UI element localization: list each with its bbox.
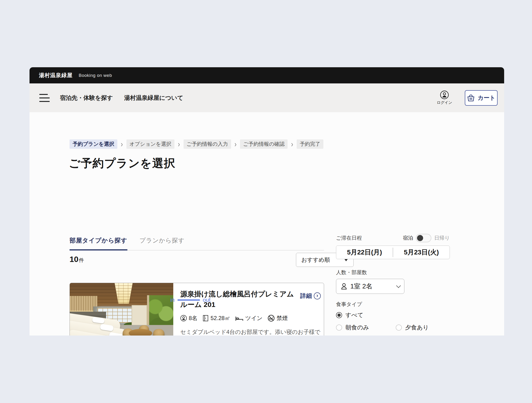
guests-rooms-value: 1室 2名 — [350, 282, 373, 291]
cart-basket-icon — [467, 94, 475, 102]
toggle-label-stay: 宿泊 — [403, 235, 413, 242]
chevron-down-icon — [396, 283, 401, 288]
search-sidebar: ご滞在日程 宿泊 日帰り 5月22日(月) 5月23日(火) 人数・部屋数 — [336, 234, 450, 336]
login-button[interactable]: ログイン — [437, 90, 452, 105]
checkin-date[interactable]: 5月22日(月) — [336, 246, 393, 259]
spec-area: 52.28㎡ — [203, 314, 230, 322]
breadcrumb-step-select-plan[interactable]: 予約プランを選択 — [70, 139, 117, 149]
spec-smoking: 禁煙 — [268, 314, 288, 322]
user-circle-icon — [440, 90, 449, 99]
spec-capacity: 8名 — [180, 314, 197, 322]
toggle-knob — [417, 235, 423, 241]
nav-item-about[interactable]: 湯村温泉緑屋について — [124, 94, 183, 102]
room-title: 源泉掛け流し総檜風呂付プレミアムルーム 201 — [180, 289, 297, 310]
radio-selected-icon — [336, 312, 342, 318]
breadcrumb-step-options: オプションを選択 — [127, 139, 174, 149]
person-icon — [180, 315, 187, 321]
screenshot-stage: 湯村温泉緑屋 Booking on web 宿泊先・体験を探す 湯村温泉緑屋につ… — [0, 0, 532, 403]
tab-by-room-type[interactable]: 部屋タイプから探す — [70, 237, 127, 250]
room-description: セミダブルベッド4台のお部屋です。添い寝のお子様でしたら4名様までご利用可能です… — [180, 327, 321, 336]
guests-rooms-select[interactable]: 1室 2名 — [336, 279, 404, 294]
chevron-right-icon: › — [291, 140, 293, 148]
nav-links: 宿泊先・体験を探す 湯村温泉緑屋について — [60, 94, 183, 102]
result-count-number: 10 — [70, 255, 78, 264]
result-count: 10件 — [70, 255, 84, 264]
booking-page-card: 湯村温泉緑屋 Booking on web 宿泊先・体験を探す 湯村温泉緑屋につ… — [30, 67, 504, 336]
meal-type-label: 食事タイプ — [336, 301, 450, 308]
detail-label: 詳細 — [300, 292, 312, 300]
room-photo — [70, 283, 173, 336]
bed-icon — [235, 315, 243, 321]
radio-meal-breakfast-only[interactable]: 朝食のみ — [336, 324, 396, 331]
cart-label: カート — [478, 94, 495, 102]
room-specs: 8名 52.28㎡ — [180, 314, 321, 322]
spec-bed-type: ツイン — [235, 314, 262, 322]
top-brand-bar: 湯村温泉緑屋 Booking on web — [30, 67, 504, 83]
nav-item-search-stays[interactable]: 宿泊先・体験を探す — [60, 94, 113, 102]
nav-right: ログイン カート — [437, 90, 498, 106]
product-name: Booking on web — [79, 73, 112, 78]
room-detail-link[interactable]: 詳細 › — [300, 292, 321, 300]
chevron-right-icon: › — [178, 140, 180, 148]
search-tabs: 部屋タイプから探す プランから探す — [70, 237, 324, 250]
cart-button[interactable]: カート — [465, 90, 498, 106]
radio-meal-dinner[interactable]: 夕食あり — [396, 324, 450, 331]
page-title: ご予約プランを選択 — [69, 156, 176, 171]
breadcrumb: 予約プランを選択 › オプションを選択 › ご予約情報の入力 › ご予約情報の確… — [70, 139, 323, 149]
stay-type-toggle-group: 宿泊 日帰り — [403, 234, 450, 242]
hamburger-menu-icon[interactable] — [39, 94, 50, 102]
room-info: 源泉掛け流し総檜風呂付プレミアムルーム 201 詳細 › — [173, 283, 328, 336]
chevron-right-icon: › — [235, 140, 237, 148]
stay-daytrip-toggle[interactable] — [416, 234, 431, 242]
radio-icon — [396, 325, 402, 331]
login-label: ログイン — [437, 100, 452, 105]
meal-type-options: すべて 朝食のみ 夕食あり 夕朝食あり — [336, 311, 450, 336]
stay-dates-label: ご滞在日程 — [336, 235, 362, 242]
result-count-unit: 件 — [79, 257, 84, 263]
main-content: 予約プランを選択 › オプションを選択 › ご予約情報の入力 › ご予約情報の確… — [30, 112, 504, 336]
main-navbar: 宿泊先・体験を探す 湯村温泉緑屋について ログイン — [30, 83, 504, 112]
sort-value: おすすめ順 — [301, 256, 330, 264]
checkout-date[interactable]: 5月23日(火) — [393, 246, 450, 259]
chevron-right-circle-icon: › — [314, 292, 321, 300]
door-icon — [203, 315, 209, 321]
no-smoking-icon — [268, 315, 275, 322]
toggle-label-daytrip: 日帰り — [434, 235, 450, 242]
date-range-picker[interactable]: 5月22日(月) 5月23日(火) — [336, 246, 450, 259]
breadcrumb-step-complete: 予約完了 — [297, 139, 323, 149]
room-card: 源泉掛け流し総檜風呂付プレミアムルーム 201 詳細 › — [70, 283, 324, 336]
chevron-right-icon: › — [121, 140, 123, 148]
breadcrumb-step-guest-info: ご予約情報の入力 — [184, 139, 231, 149]
person-outline-icon — [341, 283, 347, 290]
breadcrumb-step-confirm: ご予約情報の確認 — [240, 139, 288, 149]
radio-icon — [336, 325, 342, 331]
radio-meal-all[interactable]: すべて — [336, 311, 450, 319]
tab-by-plan[interactable]: プランから探す — [139, 237, 185, 250]
guests-rooms-label: 人数・部屋数 — [336, 269, 450, 276]
brand-name: 湯村温泉緑屋 — [39, 72, 73, 79]
